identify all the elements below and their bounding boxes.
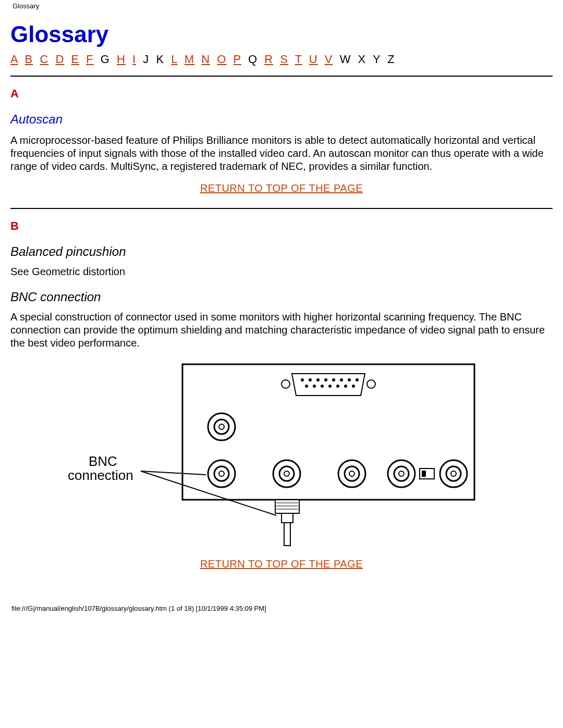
svg-point-16	[282, 380, 290, 388]
svg-point-2	[309, 378, 312, 381]
index-letter-i[interactable]: I	[132, 53, 136, 66]
index-letter-u[interactable]: U	[309, 53, 318, 66]
svg-rect-37	[422, 471, 426, 477]
index-letter-y: Y	[373, 53, 381, 66]
autoscan-definition: A microprocessor-based feature of Philip…	[10, 134, 553, 173]
index-letter-g: G	[101, 53, 110, 66]
svg-point-9	[305, 385, 308, 388]
svg-point-5	[332, 378, 335, 381]
svg-point-12	[328, 385, 332, 388]
diagram-label-line2: connection	[68, 467, 133, 483]
page-body: Glossary A B C D E F G H I J K L M N O P…	[0, 21, 563, 599]
svg-point-32	[399, 471, 404, 476]
balanced-pincushion-definition: See Geometric distortion	[10, 265, 553, 278]
svg-point-1	[301, 378, 304, 381]
return-to-top-link-wrap-2: RETURN TO TOP OF THE PAGE	[10, 558, 553, 570]
index-letter-t[interactable]: T	[295, 53, 302, 66]
svg-point-13	[336, 385, 339, 388]
svg-point-20	[219, 424, 224, 429]
index-letter-x: X	[358, 53, 366, 66]
svg-rect-40	[275, 500, 299, 513]
index-letter-d[interactable]: D	[55, 53, 64, 66]
index-letter-m[interactable]: M	[185, 53, 194, 66]
index-letter-j: J	[143, 53, 149, 66]
index-letter-b[interactable]: B	[25, 53, 33, 66]
index-letter-v[interactable]: V	[325, 53, 333, 66]
index-letter-a[interactable]: A	[10, 53, 18, 66]
term-balanced-pincushion: Balanced pincushion	[10, 244, 553, 259]
svg-point-29	[349, 471, 354, 476]
return-to-top-link[interactable]: RETURN TO TOP OF THE PAGE	[200, 558, 363, 570]
index-letter-f[interactable]: F	[86, 53, 93, 66]
alphabet-index: A B C D E F G H I J K L M N O P Q R S T …	[10, 53, 553, 66]
index-letter-e[interactable]: E	[71, 53, 79, 66]
diagram-label-line1: BNC	[89, 453, 117, 469]
svg-point-23	[219, 471, 224, 476]
index-letter-l[interactable]: L	[171, 53, 177, 66]
svg-point-7	[348, 378, 351, 381]
section-letter-a: A	[10, 87, 553, 101]
index-letter-q: Q	[248, 53, 258, 66]
divider	[10, 76, 553, 77]
bnc-connection-definition: A special construction of connector used…	[10, 311, 553, 350]
index-letter-s[interactable]: S	[280, 53, 288, 66]
divider	[10, 208, 553, 209]
svg-point-6	[340, 378, 343, 381]
svg-point-14	[344, 385, 347, 388]
return-to-top-link[interactable]: RETURN TO TOP OF THE PAGE	[200, 182, 363, 194]
svg-point-11	[321, 385, 324, 388]
index-letter-n[interactable]: N	[201, 53, 210, 66]
bnc-diagram: BNC connection	[10, 359, 553, 549]
svg-point-26	[284, 471, 289, 476]
svg-rect-44	[282, 513, 293, 523]
term-bnc-connection: BNC connection	[10, 290, 553, 304]
term-autoscan: Autoscan	[10, 112, 553, 127]
section-letter-b: B	[10, 219, 553, 233]
footer-path: file:///G|/manual/english/107B/glossary/…	[0, 599, 563, 616]
bnc-diagram-svg: BNC connection	[52, 359, 511, 547]
index-letter-p[interactable]: P	[234, 53, 241, 66]
index-letter-w: W	[340, 53, 351, 66]
svg-point-15	[352, 385, 355, 388]
return-to-top-link-wrap: RETURN TO TOP OF THE PAGE	[10, 182, 553, 194]
svg-point-35	[451, 471, 456, 476]
index-letter-r[interactable]: R	[264, 53, 273, 66]
index-letter-h[interactable]: H	[117, 53, 126, 66]
svg-point-17	[367, 380, 375, 388]
svg-point-3	[316, 378, 320, 381]
index-letter-z: Z	[387, 53, 395, 66]
svg-rect-45	[284, 523, 290, 546]
index-letter-o[interactable]: O	[217, 53, 226, 66]
page-title: Glossary	[10, 21, 553, 47]
document-header-label: Glossary	[0, 0, 563, 10]
svg-point-8	[356, 378, 359, 381]
index-letter-k: K	[156, 53, 164, 66]
index-letter-c[interactable]: C	[40, 53, 48, 66]
svg-point-4	[324, 378, 327, 381]
svg-point-10	[313, 385, 316, 388]
